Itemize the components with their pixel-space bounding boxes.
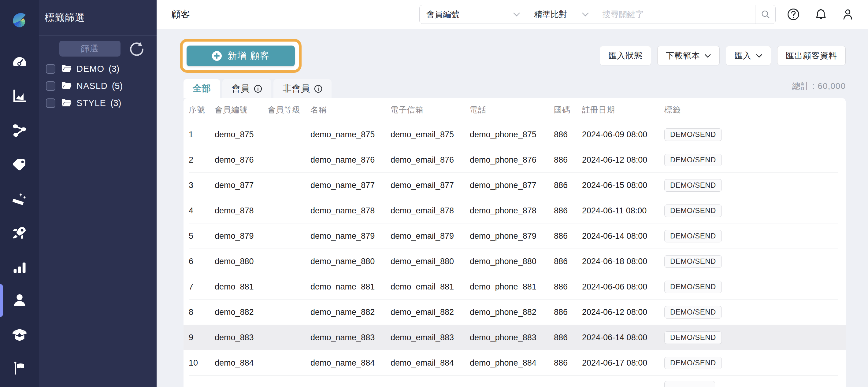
table-row[interactable]: 1 demo_875 demo_name_875 demo_email_875 … [189,122,838,147]
col-header: 標籤 [664,104,838,115]
nav-tag-icon[interactable] [11,157,28,174]
user-icon[interactable] [841,8,855,21]
cell-phone: demo_phone_881 [470,282,554,292]
cell-name: demo_name_878 [310,206,391,216]
cell-registered-at: 2024-06-15 08:00 [582,181,664,190]
col-header: 名稱 [310,104,391,115]
nav-analytics-icon[interactable] [11,88,28,105]
checkbox-style[interactable] [46,98,55,108]
refresh-icon[interactable] [129,41,144,57]
nav-dashboard-icon[interactable] [11,52,28,69]
annotation-highlight-ring: 新增 顧客 [180,39,302,73]
cell-registered-at: 2024-06-14 08:00 [582,333,664,342]
cell-name: demo_name_880 [310,257,391,266]
cell-registered-at: 2024-06-12 08:00 [582,308,664,317]
cell-no: 4 [189,206,215,216]
info-icon [254,85,262,93]
cell-email: demo_email_876 [391,155,470,165]
folder-icon [61,82,71,90]
table-row[interactable]: 4 demo_878 demo_name_878 demo_email_878 … [189,198,838,223]
tab-all[interactable]: 全部 [184,79,220,98]
cell-email: demo_email_881 [391,282,470,292]
cell-member-id: demo_881 [215,282,268,292]
bell-icon[interactable] [814,8,828,21]
tag-group-count: (5) [112,81,123,91]
cell-tags: DEMO/SEND [664,255,838,268]
checkbox-nasld[interactable] [46,81,55,91]
nav-magic-wand-icon[interactable] [11,191,28,208]
col-header: 序號 [189,104,215,115]
filter-button[interactable]: 篩選 [59,41,121,57]
table-row[interactable]: 7 demo_881 demo_name_881 demo_email_881 … [189,274,838,299]
cell-name: demo_name_882 [310,308,391,317]
export-button[interactable]: 匯出顧客資料 [777,46,846,65]
add-customer-label: 新增 顧客 [227,50,270,62]
tag-group-list: DEMO (3) NASLD (5) STYLE (3) [39,63,157,114]
table-row[interactable]: 6 demo_880 demo_name_880 demo_email_880 … [189,249,838,274]
table-row[interactable]: 9 demo_883 demo_name_883 demo_email_883 … [184,325,846,350]
nav-rocket-icon[interactable] [11,224,28,241]
chevron-down-icon [513,12,520,17]
cell-name: demo_name_877 [310,181,391,190]
cell-phone: demo_phone_880 [470,257,554,266]
tag-badge: DEMO/SEND [664,255,722,268]
tag-group-style: STYLE (3) [46,97,157,109]
col-header: 電子信箱 [391,104,470,115]
cell-tags: DEMO/SEND [664,128,838,141]
nav-customers-icon[interactable] [11,292,28,309]
table-row[interactable]: 3 demo_877 demo_name_877 demo_email_877 … [189,173,838,198]
search-field-select[interactable]: 會員編號 [420,5,527,24]
search-mode-select[interactable]: 精準比對 [527,5,596,24]
cell-no: 2 [189,155,215,165]
cell-registered-at: 2024-06-18 08:00 [582,257,664,266]
help-icon[interactable] [787,8,800,21]
cell-no: 6 [189,257,215,266]
folder-icon [61,65,71,73]
cell-country-code: 886 [554,231,582,241]
cell-tags: DEMO/SEND [664,306,838,319]
table-row[interactable]: 10 demo_884 demo_name_884 demo_email_884… [189,350,838,376]
cell-member-id: demo_878 [215,206,268,216]
tag-badge: DEMO/SEND [664,306,722,319]
cell-no: 1 [189,130,215,139]
table-body: 1 demo_875 demo_name_875 demo_email_875 … [189,122,838,387]
nav-bar-chart-icon[interactable] [11,259,28,276]
search-icon [761,9,770,19]
tag-group-count: (3) [111,98,121,108]
tag-badge: DEMO/SEND [664,128,722,141]
table-row[interactable]: 8 demo_882 demo_name_882 demo_email_882 … [189,299,838,325]
add-customer-button[interactable]: 新增 顧客 [187,45,295,66]
nav-flag-icon[interactable] [11,360,28,377]
cell-member-id: demo_884 [215,358,268,368]
tab-non-member[interactable]: 非會員 [273,79,332,98]
checkbox-demo[interactable] [46,64,55,74]
import-button[interactable]: 匯入 [726,46,771,65]
info-icon [314,85,322,93]
cell-phone: demo_phone_875 [470,130,554,139]
active-nav-indicator [0,284,3,317]
download-template-button[interactable]: 下載範本 [657,46,720,65]
search-button[interactable] [755,5,775,24]
page-title: 顧客 [171,8,190,21]
app-logo[interactable] [10,11,29,32]
nav-package-icon[interactable] [11,326,28,344]
table-header: 序號 會員編號 會員等級 名稱 電子信箱 電話 國碼 註冊日期 標籤 [189,98,838,122]
cell-country-code: 886 [554,358,582,368]
chevron-down-icon [756,54,763,58]
cell-country-code: 886 [554,257,582,266]
search-input[interactable] [596,5,755,24]
col-header: 會員等級 [268,104,310,115]
table-row[interactable]: 2 demo_876 demo_name_876 demo_email_876 … [189,147,838,173]
nav-share-icon[interactable] [11,122,28,139]
import-status-button[interactable]: 匯入狀態 [600,46,651,65]
cell-email: demo_email_880 [391,257,470,266]
cell-name: demo_name_876 [310,155,391,165]
tab-member[interactable]: 會員 [222,79,271,98]
table-row[interactable] [189,376,838,387]
cell-phone: demo_phone_879 [470,231,554,241]
cell-phone: demo_phone_877 [470,181,554,190]
cell-registered-at: 2024-06-17 08:00 [582,358,664,368]
cell-phone: demo_phone_878 [470,206,554,216]
table-row[interactable]: 5 demo_879 demo_name_879 demo_email_879 … [189,223,838,249]
cell-no: 7 [189,282,215,292]
